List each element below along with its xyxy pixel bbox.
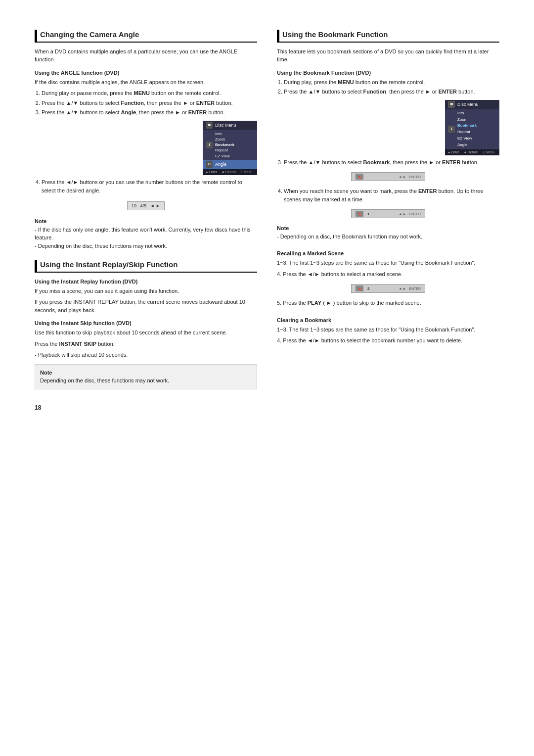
instant-skip-note-inline: - Playback will skip ahead 10 seconds. [35, 351, 257, 359]
section-title-camera-angle: Changing the Camera Angle [35, 30, 257, 43]
bookmark-bar-screenshot-1: 🔖 ◄ ► ENTER [277, 170, 499, 183]
angle-number-screenshot: 10 4/5 ◄ ► [35, 198, 257, 213]
bookmark-note: Note - Depending on a disc, the Bookmark… [277, 224, 499, 240]
angle-step-2: Press the ▲/▼ buttons to select Function… [42, 99, 257, 107]
bookmark-steps-list-2: Press the ▲/▼ buttons to select Bookmark… [284, 158, 499, 167]
bookmark-step-4: When you reach the scene you want to mar… [284, 187, 499, 203]
angle-steps-list: During play or pause mode, press the MEN… [42, 89, 257, 117]
bookmark-intro: This feature lets you bookmark sections … [277, 47, 499, 64]
right-column: Using the Bookmark Function This feature… [277, 30, 499, 411]
bookmark-steps-list-3: When you reach the scene you want to mar… [284, 187, 499, 203]
section-recalling: Recalling a Marked Scene 1~3. The first … [277, 250, 499, 307]
bookmark-menu-screenshot: 🔲 Disc Menu ℹ Info Zoom Bookmark Repeat … [277, 100, 499, 155]
bk-menu-row-info: ℹ Info Zoom Bookmark Repeat EZ View Angl… [445, 109, 499, 149]
section-camera-angle: Changing the Camera Angle When a DVD con… [35, 30, 257, 250]
angle-step-1: During play or pause mode, press the MEN… [42, 89, 257, 97]
bookmark-step-2: Press the ▲/▼ buttons to select Function… [284, 88, 499, 96]
angle-dvd-body: If the disc contains multiple angles, th… [35, 78, 257, 87]
instant-replay-body: If you miss a scene, you can see it agai… [35, 287, 257, 295]
section-title-clearing: Clearing a Bookmark [277, 317, 499, 323]
bk-menu-row-disc: 🔲 Disc Menu [445, 100, 499, 109]
section-instant-replay: Using the Instant Replay/Skip Function U… [35, 260, 257, 389]
instant-replay-note-box: Note Depending on the disc, these functi… [35, 364, 257, 389]
section-bookmark: Using the Bookmark Function This feature… [277, 30, 499, 240]
recalling-bar: 🔖 2 ◄ ► ENTER [351, 284, 425, 293]
bookmark-step-3: Press the ▲/▼ buttons to select Bookmark… [284, 158, 499, 167]
subsection-title-instant-skip-dvd: Using the Instant Skip function (DVD) [35, 320, 257, 326]
angle-steps-list-2: Press the ◄/► buttons or you can use the… [42, 178, 257, 194]
menu-row-angle: ⚙ Angle [203, 160, 257, 169]
angle-number-display: 10 4/5 ◄ ► [127, 201, 165, 210]
bk-icon-2: 🔖 [356, 211, 363, 217]
menu-row-disc-menu: 🔲 Disc Menu [203, 121, 257, 130]
angle-icon: ⚙ [206, 161, 213, 168]
page-number: 18 [35, 404, 257, 411]
section-title-instant-replay: Using the Instant Replay/Skip Function [35, 260, 257, 273]
section-title-recalling: Recalling a Marked Scene [277, 250, 499, 256]
clearing-step-1-3: 1~3. The first 1~3 steps are the same as… [277, 326, 499, 334]
angle-menu-panel: 🔲 Disc Menu ℹ Info Zoom Bookmark Repeat … [203, 121, 257, 176]
bk-info-icon: ℹ [448, 126, 455, 133]
bookmark-menu-panel: 🔲 Disc Menu ℹ Info Zoom Bookmark Repeat … [445, 100, 499, 155]
recalling-bar-screenshot: 🔖 2 ◄ ► ENTER [277, 282, 499, 295]
instant-skip-instruction: Press the INSTANT SKIP button. [35, 340, 257, 348]
subsection-title-bookmark-dvd: Using the Bookmark Function (DVD) [277, 70, 499, 76]
bk-bar-2: 🔖 1 ◄ ► ENTER [351, 209, 425, 218]
left-column: Changing the Camera Angle When a DVD con… [35, 30, 257, 411]
instant-skip-body: Use this function to skip playback about… [35, 329, 257, 337]
subsection-title-angle-dvd: Using the ANGLE function (DVD) [35, 70, 257, 76]
angle-note: Note - If the disc has only one angle, t… [35, 217, 257, 250]
bookmark-bar-screenshot-2: 🔖 1 ◄ ► ENTER [277, 207, 499, 220]
bk-menu-panel-footer: ● Enter ◄ Return ☰ Menu [445, 149, 499, 155]
angle-step-4: Press the ◄/► buttons or you can use the… [42, 178, 257, 194]
page-content: Changing the Camera Angle When a DVD con… [35, 30, 499, 411]
recalling-step-4: 4. Press the ◄/► buttons to select a mar… [277, 270, 499, 279]
section-title-bookmark: Using the Bookmark Function [277, 30, 499, 43]
angle-step-3: Press the ▲/▼ buttons to select Angle, t… [42, 108, 257, 117]
bk-bar-1: 🔖 ◄ ► ENTER [351, 172, 425, 181]
menu-row-info-menu: ℹ Info Zoom Bookmark Repeat EZ View [203, 130, 257, 160]
bookmark-step-1: During play, press the MENU button on th… [284, 78, 499, 87]
recalling-icon: 🔖 [356, 285, 363, 291]
angle-menu-screenshot: 🔲 Disc Menu ℹ Info Zoom Bookmark Repeat … [35, 121, 257, 176]
clearing-step-4: 4. Press the ◄/► buttons to select the b… [277, 336, 499, 345]
instant-replay-body2: If you press the INSTANT REPLAY button, … [35, 298, 257, 314]
recalling-step-1-3: 1~3. The first 1~3 steps are the same as… [277, 259, 499, 267]
menu-panel-footer: ● Enter ◄ Return ☰ Menu [203, 169, 257, 175]
camera-angle-intro: When a DVD contains multiple angles of a… [35, 47, 257, 64]
subsection-title-instant-replay-dvd: Using the Instant Replay function (DVD) [35, 279, 257, 284]
bk-icon-1: 🔖 [356, 174, 363, 180]
bk-disc-menu-icon: 🔲 [448, 101, 455, 108]
disc-menu-icon: 🔲 [206, 122, 213, 129]
recalling-step-5: 5. Press the PLAY ( ► ) button to skip t… [277, 299, 499, 307]
info-menu-icon: ℹ [206, 142, 213, 148]
section-clearing: Clearing a Bookmark 1~3. The first 1~3 s… [277, 317, 499, 345]
bookmark-steps-list: During play, press the MENU button on th… [284, 78, 499, 96]
